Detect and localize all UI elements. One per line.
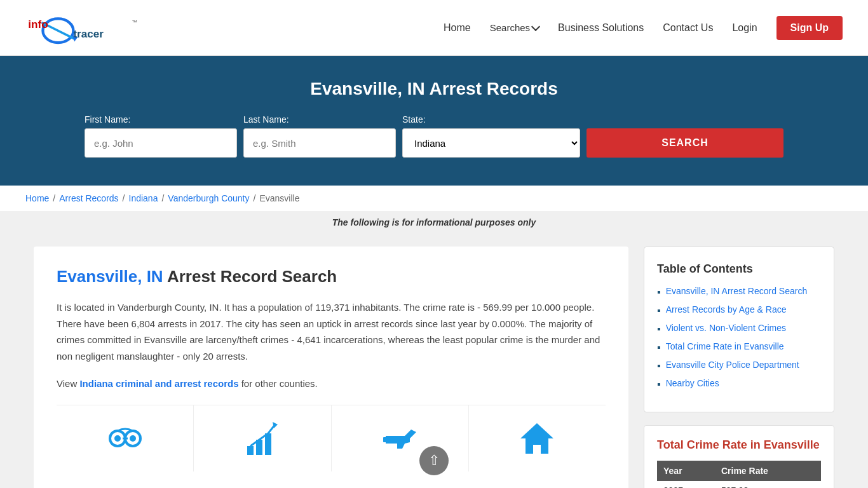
disclaimer-text: The following is for informational purpo… (332, 217, 536, 227)
svg-rect-14 (265, 433, 271, 455)
last-name-label: Last Name: (243, 114, 289, 125)
disclaimer-bar: The following is for informational purpo… (0, 211, 868, 234)
crime-rate-card: Total Crime Rate in Evansville Year Crim… (644, 425, 834, 488)
last-name-group: Last Name: (243, 114, 396, 158)
svg-text:info: info (28, 18, 48, 30)
nav-home[interactable]: Home (444, 22, 471, 34)
svg-point-10 (130, 435, 136, 442)
hero-title: Evansville, IN Arrest Records (25, 79, 843, 99)
main-nav: Home Searches Business Solutions Contact… (444, 16, 843, 40)
toc-item: Violent vs. Non-Violent Crimes (657, 323, 821, 335)
cell-year: 2007 (657, 481, 715, 488)
indiana-records-link[interactable]: Indiana criminal and arrest records (79, 378, 238, 389)
view-records-line: View Indiana criminal and arrest records… (57, 376, 606, 392)
first-name-group: First Name: (85, 114, 237, 158)
crime-rate-table: Year Crime Rate 2007597.93 (657, 461, 821, 488)
icon-cell-handcuffs (57, 405, 194, 471)
toc-item: Evansville, IN Arrest Record Search (657, 286, 821, 298)
chevron-down-icon (531, 22, 540, 30)
handcuffs-icon (105, 418, 146, 459)
city-description: It is located in Vanderburgh County, IN.… (57, 299, 606, 364)
toc-list: Evansville, IN Arrest Record SearchArres… (657, 286, 821, 390)
last-name-input[interactable] (243, 128, 396, 158)
login-button[interactable]: Login (732, 22, 757, 34)
page-title-state: IN (142, 267, 166, 286)
icons-row (57, 405, 606, 471)
signup-button[interactable]: Sign Up (776, 16, 843, 40)
state-select[interactable]: Indiana Alabama Alaska Arizona Californi… (402, 128, 580, 158)
search-button[interactable]: SEARCH (587, 128, 783, 158)
breadcrumb-city: Evansville (259, 193, 299, 203)
toc-item: Total Crime Rate in Evansville (657, 341, 821, 353)
state-group: State: Indiana Alabama Alaska Arizona Ca… (402, 114, 580, 158)
svg-rect-16 (383, 437, 388, 442)
left-panel: Evansville, IN Arrest Record Search It i… (34, 247, 628, 488)
house-icon (517, 418, 557, 459)
icon-cell-chart (194, 405, 331, 471)
svg-text:™: ™ (132, 19, 137, 25)
logo-svg: info tracer ™ (25, 9, 146, 47)
col-year: Year (657, 461, 715, 481)
toc-link[interactable]: Violent vs. Non-Violent Crimes (666, 323, 786, 333)
breadcrumb-indiana[interactable]: Indiana (129, 193, 158, 203)
svg-point-9 (114, 435, 121, 442)
page-title: Evansville, IN Arrest Record Search (57, 267, 606, 287)
nav-searches[interactable]: Searches (490, 22, 539, 33)
nav-business-solutions[interactable]: Business Solutions (558, 22, 644, 34)
breadcrumb-home[interactable]: Home (25, 193, 49, 203)
crime-rate-title: Total Crime Rate in Evansville (657, 438, 821, 452)
icon-cell-house (469, 405, 606, 471)
hero-banner: Evansville, IN Arrest Records First Name… (0, 56, 868, 186)
gun-icon (379, 418, 420, 459)
toc-title: Table of Contents (657, 262, 821, 276)
toc-link[interactable]: Arrest Records by Age & Race (666, 304, 787, 315)
toc-link[interactable]: Total Crime Rate in Evansville (666, 341, 784, 351)
toc-item: Evansville City Police Department (657, 360, 821, 372)
cell-rate: 597.93 (715, 481, 821, 488)
scroll-up-button[interactable]: ⇧ (419, 446, 449, 475)
chart-icon (242, 418, 283, 459)
view-suffix: for other counties. (239, 378, 318, 389)
toc-link[interactable]: Evansville City Police Department (666, 360, 799, 370)
logo-area: info tracer ™ (25, 9, 146, 47)
table-row: 2007597.93 (657, 481, 821, 488)
toc-link[interactable]: Nearby Cities (666, 378, 719, 388)
view-prefix: View (57, 378, 79, 389)
toc-item: Arrest Records by Age & Race (657, 304, 821, 316)
first-name-label: First Name: (85, 114, 130, 125)
nav-contact-us[interactable]: Contact Us (663, 22, 713, 34)
right-sidebar: Table of Contents Evansville, IN Arrest … (644, 247, 834, 488)
state-label: State: (402, 114, 426, 125)
toc-link[interactable]: Evansville, IN Arrest Record Search (666, 286, 808, 296)
first-name-input[interactable] (85, 128, 237, 158)
page-title-rest: Arrest Record Search (167, 267, 337, 286)
breadcrumb-arrest-records[interactable]: Arrest Records (59, 193, 118, 203)
toc-item: Nearby Cities (657, 378, 821, 390)
breadcrumb-county[interactable]: Vanderburgh County (168, 193, 249, 203)
svg-rect-12 (247, 446, 254, 455)
col-crime-rate: Crime Rate (715, 461, 821, 481)
breadcrumb: Home / Arrest Records / Indiana / Vander… (0, 186, 868, 211)
header: info tracer ™ Home Searches Business Sol… (0, 0, 868, 56)
toc-card: Table of Contents Evansville, IN Arrest … (644, 247, 834, 412)
search-form: First Name: Last Name: State: Indiana Al… (85, 114, 783, 158)
svg-text:tracer: tracer (73, 27, 104, 39)
svg-marker-17 (520, 423, 553, 454)
page-title-city: Evansville, (57, 267, 142, 286)
